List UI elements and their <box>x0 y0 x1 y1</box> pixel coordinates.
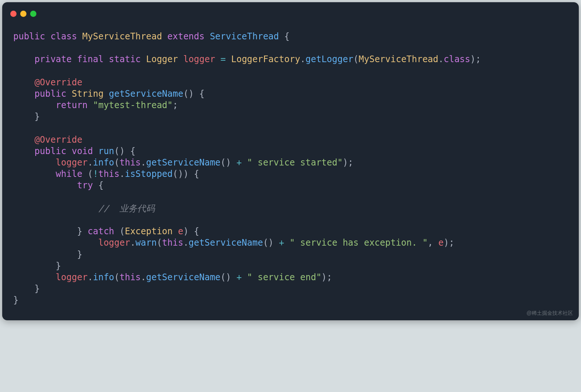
method-info: info <box>93 272 114 282</box>
keyword-public: public <box>13 31 45 42</box>
keyword-public: public <box>35 89 67 99</box>
keyword-this: this <box>120 272 141 282</box>
keyword-this: this <box>162 238 183 248</box>
class-arg: MyServiceThread <box>359 54 438 64</box>
method-gsn: getServiceName <box>189 238 263 248</box>
minimize-icon[interactable] <box>20 11 26 17</box>
method-warn: warn <box>135 238 157 248</box>
string-literal: " service started" <box>247 157 343 168</box>
keyword-void: void <box>72 146 93 156</box>
string-literal: "mytest-thread" <box>93 100 173 110</box>
var-e: e <box>438 238 443 248</box>
keyword-this: this <box>98 169 120 179</box>
method-isstopped: isStopped <box>125 169 172 179</box>
param-e: e <box>178 226 183 236</box>
keyword-public: public <box>35 146 67 156</box>
method-run: run <box>98 146 114 156</box>
type-logger: Logger <box>146 54 178 64</box>
type-string: String <box>72 89 104 99</box>
type-exception: Exception <box>125 226 172 236</box>
annotation-override: @Override <box>35 135 82 145</box>
method-getservicename: getServiceName <box>109 89 183 99</box>
var-logger: logger <box>56 157 88 168</box>
keyword-final: final <box>77 54 103 64</box>
parent-class: ServiceThread <box>210 31 279 42</box>
maximize-icon[interactable] <box>30 11 36 17</box>
window-titlebar <box>2 9 579 24</box>
keyword-class: class <box>50 31 77 42</box>
keyword-while: while <box>56 169 82 179</box>
class-name: MyServiceThread <box>82 31 162 42</box>
var-logger: logger <box>56 272 88 282</box>
method-gsn: getServiceName <box>146 157 220 168</box>
method-info: info <box>93 157 114 168</box>
keyword-this: this <box>120 157 141 168</box>
string-literal: " service has exception. " <box>289 238 428 248</box>
var-logger: logger <box>183 54 215 64</box>
keyword-static: static <box>109 54 141 64</box>
keyword-class-ref: class <box>443 54 470 64</box>
watermark: @稀土掘金技术社区 <box>527 310 573 317</box>
code-window: public class MyServiceThread extends Ser… <box>2 2 579 320</box>
keyword-try: try <box>77 180 93 190</box>
keyword-private: private <box>35 54 72 64</box>
annotation-override: @Override <box>35 77 82 88</box>
code-block: public class MyServiceThread extends Ser… <box>2 24 579 310</box>
keyword-return: return <box>56 100 88 110</box>
keyword-catch: catch <box>88 226 114 236</box>
method-gsn: getServiceName <box>146 272 220 282</box>
string-literal: " service end" <box>247 272 321 282</box>
var-logger: logger <box>98 238 130 248</box>
method-getlogger: getLogger <box>306 54 353 64</box>
logger-factory: LoggerFactory <box>231 54 300 64</box>
close-icon[interactable] <box>10 11 17 17</box>
comment: // 业务代码 <box>98 203 155 214</box>
keyword-extends: extends <box>167 31 204 42</box>
